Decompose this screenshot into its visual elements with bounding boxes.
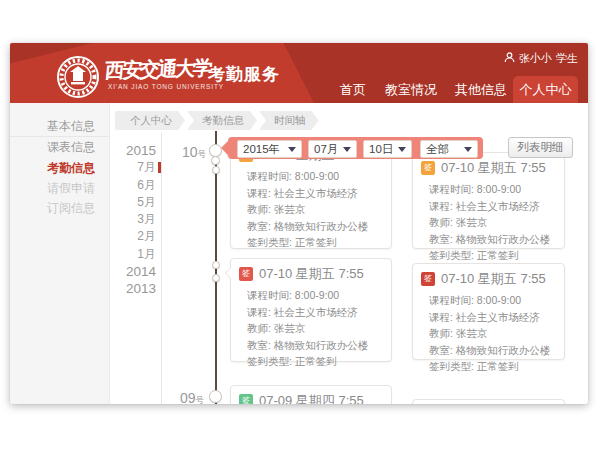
card-field: 课程: 社会主义市场经济 (429, 198, 556, 215)
card-field: 教师: 张芸京 (429, 214, 556, 231)
type-dropdown[interactable]: 全部 (420, 140, 478, 158)
timeline-day-label-09[interactable]: 09号 (174, 389, 204, 404)
chevron-down-icon (464, 147, 472, 152)
month-label[interactable]: 7月 (110, 159, 156, 176)
breadcrumb-personal-center[interactable]: 个人中心 (115, 111, 185, 130)
nav-home[interactable]: 首页 (340, 81, 366, 99)
card-field: 签到类型: 正常签到 (429, 358, 556, 375)
month-label[interactable]: 6月 (110, 177, 156, 194)
university-logo-icon (56, 55, 100, 99)
university-name-cn: 西安交通大学 (104, 55, 212, 85)
breadcrumb: 个人中心 考勤信息 时间轴 (115, 111, 319, 130)
card-field: 课程: 社会主义市场经济 (247, 304, 383, 321)
sidebar-item-subscription-info[interactable]: 订阅信息 (10, 198, 109, 218)
year-dropdown[interactable]: 2015年 (237, 140, 302, 158)
timeline-node (212, 274, 220, 282)
card-field: 签到类型: 正常签到 (247, 234, 383, 251)
timeline-side-labels: 2015 7月 6月 5月 3月 2月 1月 2014 2013 (110, 142, 156, 298)
card-title: 07-09 星期四 7:55 (259, 392, 364, 404)
person-icon (504, 52, 515, 65)
sidebar-item-schedule-info[interactable]: 课表信息 (10, 137, 109, 157)
user-info[interactable]: 张小小 学生 (504, 51, 578, 66)
chevron-down-icon (398, 147, 406, 152)
year-dropdown-value: 2015年 (243, 142, 280, 157)
type-dropdown-value: 全部 (426, 142, 449, 157)
day-dropdown-value: 10日 (369, 142, 393, 157)
year-label[interactable]: 2014 (110, 263, 156, 280)
sidebar: 基本信息 课表信息 考勤信息 请假申请 订阅信息 (10, 103, 110, 404)
chevron-down-icon (343, 147, 351, 152)
card-field: 签到类型: 正常签到 (429, 247, 556, 264)
nav-other-info[interactable]: 其他信息 (455, 81, 507, 99)
chevron-down-icon (288, 147, 296, 152)
card-field: 课程时间: 8:00-9:00 (247, 287, 383, 304)
app-title: 考勤服务 (208, 63, 280, 86)
card-title: 07-10 星期五 7:55 (259, 265, 364, 283)
nav-personal-center-active-tab[interactable]: 个人中心 (513, 76, 578, 103)
year-label[interactable]: 2013 (110, 280, 156, 297)
attendance-card[interactable]: 签 07-10 星期五 7:55 课程时间: 8:00-9:00 课程: 社会主… (230, 258, 392, 362)
card-field: 课程时间: 8:00-9:00 (247, 168, 383, 185)
card-field: 教师: 张芸京 (247, 320, 383, 337)
user-name: 张小小 (519, 51, 552, 66)
attendance-card[interactable]: 签 07-10 星期五 7:55 课程时间: 8:00-9:00 课程: 社会主… (412, 263, 565, 360)
attendance-card[interactable]: 签 07-09 星期四 7:55 (230, 385, 392, 404)
sidebar-item-leave-request[interactable]: 请假申请 (10, 178, 109, 198)
month-label[interactable]: 1月 (110, 246, 156, 263)
card-field: 教师: 张芸京 (429, 325, 556, 342)
attendance-card-partial (412, 399, 565, 404)
breadcrumb-timeline[interactable]: 时间轴 (259, 111, 319, 130)
card-field: 教师: 张芸京 (247, 201, 383, 218)
signin-status-icon: 签 (239, 267, 253, 281)
card-field: 签到类型: 正常签到 (247, 353, 383, 370)
month-column-separator (161, 133, 162, 404)
card-field: 课程时间: 8:00-9:00 (429, 292, 556, 309)
card-tail (226, 268, 231, 278)
sidebar-item-basic-info[interactable]: 基本信息 (10, 116, 109, 136)
signin-status-icon: 签 (239, 394, 253, 404)
month-label[interactable]: 5月 (110, 194, 156, 211)
card-field: 教室: 格物致知行政办公楼 (429, 342, 556, 359)
card-field: 教室: 格物致知行政办公楼 (247, 218, 383, 235)
timeline-node (211, 156, 220, 165)
breadcrumb-attendance-info[interactable]: 考勤信息 (187, 111, 257, 130)
month-dropdown-value: 07月 (314, 142, 338, 157)
timeline-node (212, 166, 220, 174)
attendance-card[interactable]: 签 07-10 星期五 7:55 课程时间: 8:00-9:00 课程: 社会主… (412, 152, 565, 249)
app-header: 西安交通大学 XI'AN JIAO TONG UNIVERSITY 考勤服务 张… (10, 43, 588, 103)
day-dropdown[interactable]: 10日 (363, 140, 412, 158)
nav-classrooms[interactable]: 教室情况 (385, 81, 437, 99)
month-label[interactable]: 3月 (110, 211, 156, 228)
card-title: 07-10 星期五 7:55 (441, 159, 546, 177)
card-field: 课程时间: 8:00-9:00 (429, 181, 556, 198)
card-field: 教室: 格物致知行政办公楼 (247, 337, 383, 354)
user-role: 学生 (556, 51, 578, 66)
timeline-day-label-10[interactable]: 10号 (176, 143, 206, 161)
timeline-node (212, 261, 220, 269)
card-title: 07-10 星期五 7:55 (441, 270, 546, 288)
timeline-filter-bar: 2015年 07月 10日 全部 (228, 137, 483, 159)
timeline-node (209, 390, 222, 403)
month-label[interactable]: 2月 (110, 228, 156, 245)
card-field: 课程: 社会主义市场经济 (429, 309, 556, 326)
card-field: 教室: 格物致知行政办公楼 (429, 231, 556, 248)
app-window: 西安交通大学 XI'AN JIAO TONG UNIVERSITY 考勤服务 张… (10, 43, 588, 404)
screenshot-canvas: 西安交通大学 XI'AN JIAO TONG UNIVERSITY 考勤服务 张… (0, 0, 600, 450)
card-field: 课程: 社会主义市场经济 (247, 185, 383, 202)
list-detail-button[interactable]: 列表明细 (508, 137, 573, 158)
month-dropdown[interactable]: 07月 (308, 140, 357, 158)
signin-status-icon: 签 (421, 272, 435, 286)
year-label[interactable]: 2015 (110, 142, 156, 159)
university-name-en: XI'AN JIAO TONG UNIVERSITY (108, 83, 224, 90)
signin-status-icon: 签 (421, 161, 435, 175)
sidebar-item-attendance-info[interactable]: 考勤信息 (10, 158, 109, 178)
